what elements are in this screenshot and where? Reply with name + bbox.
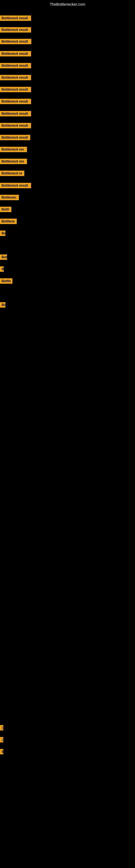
bottleneck-badge: Bo bbox=[0, 302, 5, 308]
bottleneck-badge: Bottleneck res bbox=[0, 159, 27, 164]
bottleneck-badge: Bottleneck result bbox=[0, 39, 31, 44]
bottleneck-badge: Bottleneck result bbox=[0, 111, 31, 116]
bottleneck-badge: Bottleneck result bbox=[0, 51, 31, 56]
bottleneck-badge: Bottleneck result bbox=[0, 27, 31, 33]
bottleneck-badge: Bottleneck result bbox=[0, 16, 31, 21]
bottleneck-badge: Bottleneck result bbox=[0, 87, 31, 92]
bottleneck-badge: Bottle bbox=[0, 278, 12, 284]
bottleneck-badge: B bbox=[0, 267, 4, 272]
bottleneck-badge: Bottleneck result bbox=[0, 99, 31, 104]
bottleneck-badge: Bottleneck res bbox=[0, 147, 27, 152]
bottleneck-badge: Bo bbox=[0, 230, 5, 236]
bottleneck-badge: E bbox=[0, 749, 3, 754]
bottleneck-badge: Bottlenec bbox=[0, 195, 19, 200]
bottleneck-badge: Bottl bbox=[0, 207, 11, 212]
bottleneck-badge: Bottleneck result bbox=[0, 63, 31, 68]
bottleneck-badge: Bot bbox=[0, 254, 7, 260]
bottleneck-badge: Bottleneck result bbox=[0, 75, 31, 80]
bottleneck-badge: Bottleneck result bbox=[0, 123, 31, 128]
site-title: TheBottlenecker.com bbox=[0, 2, 135, 6]
bottleneck-badge: | bbox=[0, 737, 3, 742]
bottleneck-badge: Bottleneck result bbox=[0, 135, 30, 140]
bottleneck-badge: | bbox=[0, 725, 3, 731]
bottleneck-badge: Bottlene bbox=[0, 219, 17, 224]
bottleneck-badge: Bottleneck result bbox=[0, 183, 31, 188]
bottleneck-badge: Bottleneck re bbox=[0, 170, 24, 176]
